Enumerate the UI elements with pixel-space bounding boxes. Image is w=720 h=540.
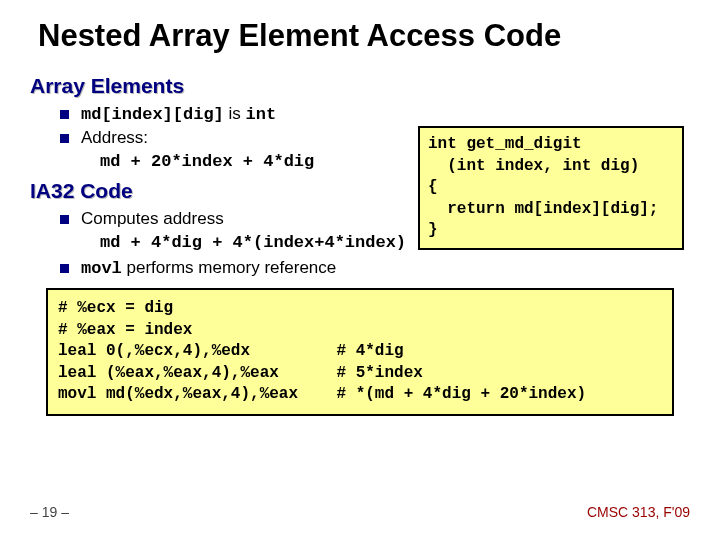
- asm-code-box: # %ecx = dig # %eax = index leal 0(,%ecx…: [46, 288, 674, 416]
- bullet-movl: movl performs memory reference: [60, 258, 690, 278]
- text-inline: performs memory reference: [122, 258, 336, 277]
- slide-title: Nested Array Element Access Code: [38, 18, 690, 54]
- code-inline: int: [246, 105, 277, 124]
- code-inline: md[index][dig]: [81, 105, 224, 124]
- bullet-square-icon: [60, 134, 69, 143]
- bullet-square-icon: [60, 264, 69, 273]
- bullet-md-is-int: md[index][dig] is int: [60, 104, 690, 124]
- section-array-elements: Array Elements: [30, 74, 690, 98]
- bullet-square-icon: [60, 215, 69, 224]
- c-code-box: int get_md_digit (int index, int dig) { …: [418, 126, 684, 250]
- text-inline: Address:: [81, 128, 148, 148]
- bullet-square-icon: [60, 110, 69, 119]
- text-inline: Computes address: [81, 209, 224, 229]
- text-inline: is: [224, 104, 246, 123]
- course-label: CMSC 313, F'09: [587, 504, 690, 520]
- page-number: – 19 –: [30, 504, 69, 520]
- code-inline: movl: [81, 259, 122, 278]
